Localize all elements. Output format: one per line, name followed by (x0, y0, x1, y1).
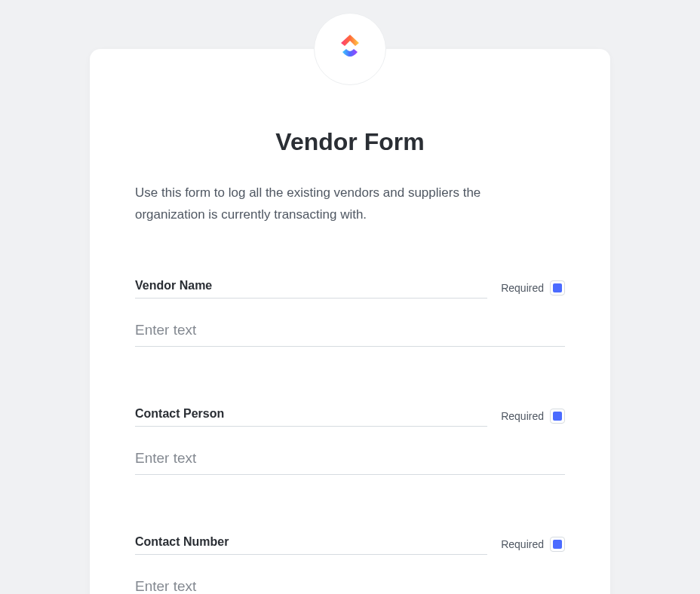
required-label: Required (501, 538, 544, 550)
field-label: Contact Person (135, 407, 224, 420)
required-wrap: Required (501, 409, 565, 427)
form-title: Vendor Form (135, 128, 565, 156)
field-contact-person: Contact Person Required (135, 407, 565, 475)
field-label: Contact Number (135, 535, 229, 548)
contact-person-input[interactable] (135, 446, 565, 475)
required-wrap: Required (501, 537, 565, 555)
required-toggle[interactable] (550, 409, 565, 424)
contact-number-input[interactable] (135, 574, 565, 594)
required-label: Required (501, 410, 544, 422)
checkbox-checked-icon (553, 540, 562, 549)
field-label-wrap[interactable]: Contact Number (135, 535, 487, 555)
field-header: Contact Number Required (135, 535, 565, 555)
checkbox-checked-icon (553, 283, 562, 292)
checkbox-checked-icon (553, 412, 562, 421)
field-label: Vendor Name (135, 279, 212, 292)
vendor-name-input[interactable] (135, 317, 565, 347)
field-vendor-name: Vendor Name Required (135, 279, 565, 347)
required-wrap: Required (501, 280, 565, 299)
form-description: Use this form to log all the existing ve… (135, 182, 535, 226)
required-label: Required (501, 282, 544, 294)
field-label-wrap[interactable]: Vendor Name (135, 279, 487, 299)
field-label-wrap[interactable]: Contact Person (135, 407, 487, 427)
form-card: Vendor Form Use this form to log all the… (90, 49, 610, 594)
field-contact-number: Contact Number Required (135, 535, 565, 594)
field-header: Vendor Name Required (135, 279, 565, 299)
required-toggle[interactable] (550, 280, 565, 295)
required-toggle[interactable] (550, 537, 565, 552)
clickup-logo-icon (332, 29, 368, 69)
logo-circle (314, 13, 386, 85)
field-header: Contact Person Required (135, 407, 565, 427)
